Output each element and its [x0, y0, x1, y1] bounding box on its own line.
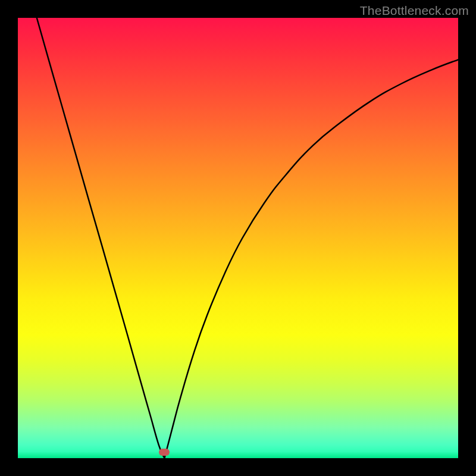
plot-area [18, 18, 458, 458]
watermark-text: TheBottleneck.com [360, 4, 469, 18]
bottleneck-marker [159, 449, 170, 456]
